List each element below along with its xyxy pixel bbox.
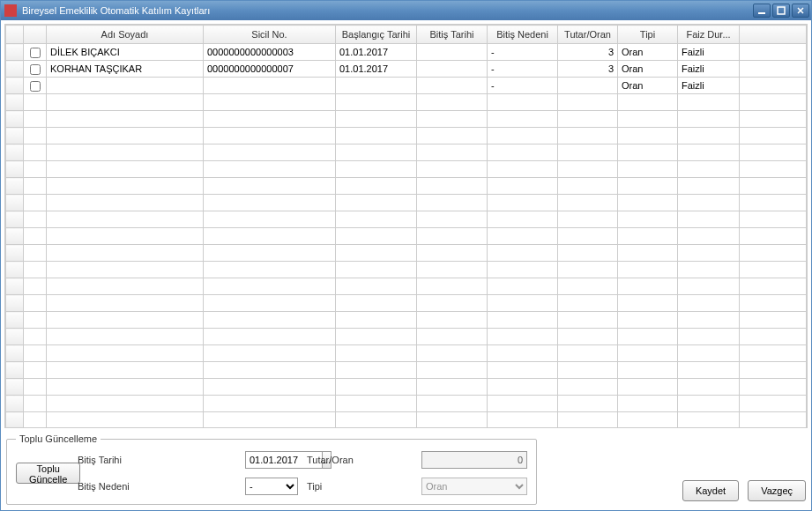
row-header-cell bbox=[6, 329, 24, 345]
label-bitis-tarihi: Bitiş Tarihi bbox=[78, 455, 236, 465]
row-header-cell[interactable] bbox=[6, 78, 24, 94]
row-header-cell bbox=[6, 211, 24, 228]
table-row[interactable] bbox=[6, 295, 807, 312]
table-row[interactable] bbox=[6, 178, 807, 195]
titlebar[interactable]: Bireysel Emeklilik Otomatik Katılım Kayı… bbox=[1, 1, 811, 20]
table-row[interactable] bbox=[6, 312, 807, 329]
row-checkbox[interactable] bbox=[30, 81, 41, 92]
cell-baslangic[interactable]: 01.01.2017 bbox=[336, 44, 417, 61]
table-row[interactable] bbox=[6, 111, 807, 128]
col-header-sicil[interactable]: Sicil No. bbox=[204, 26, 336, 44]
close-button[interactable] bbox=[792, 4, 809, 18]
row-checkbox-cell[interactable] bbox=[24, 44, 47, 61]
table-row[interactable] bbox=[6, 211, 807, 228]
tutar-oran-input[interactable] bbox=[421, 451, 527, 469]
col-header-checkbox[interactable] bbox=[24, 26, 47, 44]
cell-name[interactable] bbox=[47, 78, 204, 94]
table-row[interactable] bbox=[6, 396, 807, 412]
cell-sicil[interactable]: 0000000000000007 bbox=[204, 61, 336, 78]
cell-faiz[interactable]: Faizli bbox=[678, 61, 740, 78]
svg-rect-1 bbox=[778, 7, 785, 14]
col-header-extra bbox=[740, 26, 807, 44]
col-header-rowhdr[interactable] bbox=[6, 26, 24, 44]
cell-baslangic[interactable]: 01.01.2017 bbox=[336, 61, 417, 78]
table-row[interactable] bbox=[6, 362, 807, 379]
svg-rect-0 bbox=[758, 12, 765, 14]
cell-neden[interactable]: - bbox=[488, 44, 558, 61]
cell-tipi[interactable]: Oran bbox=[618, 78, 678, 94]
row-header-cell[interactable] bbox=[6, 44, 24, 61]
cell-tipi[interactable]: Oran bbox=[618, 44, 678, 61]
row-checkbox[interactable] bbox=[30, 64, 41, 75]
col-header-faiz[interactable]: Faiz Dur... bbox=[678, 26, 740, 44]
row-header-cell bbox=[6, 178, 24, 195]
bottom-bar: Toplu Güncelleme Bitiş Tarihi ... Tutar/… bbox=[4, 428, 808, 507]
table-row[interactable]: -OranFaizli bbox=[6, 78, 807, 94]
label-tutar-oran: Tutar/Oran bbox=[307, 455, 413, 465]
col-header-name[interactable]: Adı Soyadı bbox=[47, 26, 204, 44]
cell-tutar[interactable]: 3 bbox=[558, 61, 618, 78]
bitis-nedeni-select[interactable]: - bbox=[245, 478, 298, 495]
table-row[interactable] bbox=[6, 329, 807, 345]
table-row[interactable] bbox=[6, 161, 807, 178]
minimize-button[interactable] bbox=[753, 4, 771, 18]
table-row[interactable]: DİLEK BIÇAKCI000000000000000301.01.2017-… bbox=[6, 44, 807, 61]
cell-tutar[interactable]: 3 bbox=[558, 44, 618, 61]
table-row[interactable] bbox=[6, 345, 807, 362]
action-buttons: Kaydet Vazgeç bbox=[682, 480, 806, 505]
table-row[interactable] bbox=[6, 195, 807, 211]
col-header-tutar[interactable]: Tutar/Oran bbox=[558, 26, 618, 44]
table-row[interactable] bbox=[6, 144, 807, 161]
row-checkbox[interactable] bbox=[30, 48, 41, 58]
cell-bitis[interactable] bbox=[417, 78, 488, 94]
table-row[interactable] bbox=[6, 278, 807, 295]
cell-tutar[interactable] bbox=[558, 78, 618, 94]
table-row[interactable]: KORHAN TAŞÇIKAR000000000000000701.01.201… bbox=[6, 61, 807, 78]
cancel-button[interactable]: Vazgeç bbox=[748, 480, 806, 501]
table-row[interactable] bbox=[6, 262, 807, 278]
bulk-update-button[interactable]: Toplu Güncelle bbox=[16, 463, 80, 484]
cell-tipi[interactable]: Oran bbox=[618, 61, 678, 78]
row-header-cell[interactable] bbox=[6, 61, 24, 78]
cell-sicil[interactable]: 0000000000000003 bbox=[204, 44, 336, 61]
table-row[interactable] bbox=[6, 245, 807, 262]
row-checkbox-cell[interactable] bbox=[24, 61, 47, 78]
cell-baslangic[interactable] bbox=[336, 78, 417, 94]
row-header-cell bbox=[6, 362, 24, 379]
cell-bitis[interactable] bbox=[417, 61, 488, 78]
col-header-neden[interactable]: Bitiş Nedeni bbox=[488, 26, 558, 44]
records-grid[interactable]: Adı Soyadı Sicil No. Başlangıç Tarihi Bi… bbox=[4, 24, 808, 428]
grid-header-row[interactable]: Adı Soyadı Sicil No. Başlangıç Tarihi Bi… bbox=[6, 26, 807, 44]
col-header-baslangic[interactable]: Başlangıç Tarihi bbox=[336, 26, 417, 44]
row-header-cell bbox=[6, 144, 24, 161]
row-header-cell bbox=[6, 94, 24, 111]
table-row[interactable] bbox=[6, 94, 807, 111]
content-area: Adı Soyadı Sicil No. Başlangıç Tarihi Bi… bbox=[1, 20, 811, 510]
row-header-cell bbox=[6, 262, 24, 278]
cell-faiz[interactable]: Faizli bbox=[678, 78, 740, 94]
table-row[interactable] bbox=[6, 128, 807, 144]
table-row[interactable] bbox=[6, 412, 807, 429]
cell-extra bbox=[740, 78, 807, 94]
cell-faiz[interactable]: Faizli bbox=[678, 44, 740, 61]
row-header-cell bbox=[6, 345, 24, 362]
app-icon bbox=[4, 4, 17, 17]
col-header-tipi[interactable]: Tipi bbox=[618, 26, 678, 44]
row-header-cell bbox=[6, 396, 24, 412]
row-header-cell bbox=[6, 412, 24, 429]
row-checkbox-cell[interactable] bbox=[24, 78, 47, 94]
tipi-select[interactable]: Oran bbox=[421, 478, 527, 495]
row-header-cell bbox=[6, 295, 24, 312]
cell-sicil[interactable] bbox=[204, 78, 336, 94]
maximize-button[interactable] bbox=[772, 4, 790, 18]
cell-bitis[interactable] bbox=[417, 44, 488, 61]
col-header-bitis[interactable]: Bitiş Tarihi bbox=[417, 26, 488, 44]
cell-neden[interactable]: - bbox=[488, 78, 558, 94]
save-button[interactable]: Kaydet bbox=[682, 480, 739, 501]
cell-name[interactable]: DİLEK BIÇAKCI bbox=[47, 44, 204, 61]
table-row[interactable] bbox=[6, 379, 807, 396]
cell-name[interactable]: KORHAN TAŞÇIKAR bbox=[47, 61, 204, 78]
table-row[interactable] bbox=[6, 228, 807, 245]
cell-neden[interactable]: - bbox=[488, 61, 558, 78]
row-header-cell bbox=[6, 312, 24, 329]
